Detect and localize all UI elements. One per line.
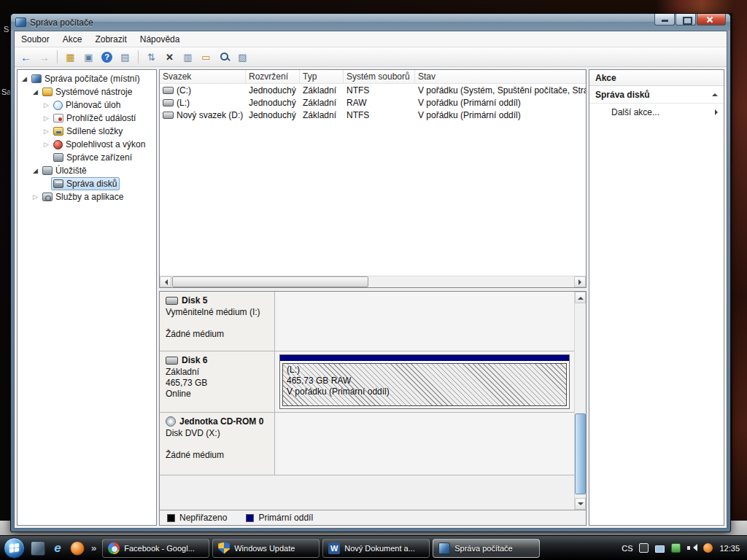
taskbar-button-sprava-pocitace[interactable]: Správa počítače (433, 539, 540, 558)
taskbar-button-novy-dokument-a[interactable]: WNový Dokument a... (322, 539, 430, 558)
power-tray-icon[interactable] (671, 543, 681, 553)
media-quicklaunch-icon[interactable] (70, 541, 85, 556)
menu-soubor[interactable]: Soubor (15, 33, 56, 46)
tree-item-prohlizec-udalosti[interactable]: ▷Prohlížeč událostí (18, 112, 156, 125)
tree-item-body[interactable]: Plánovač úloh (51, 98, 123, 112)
legend-item-neprirazeno: Nepřiřazeno (167, 513, 227, 523)
titlebar[interactable]: Správa počítače (11, 14, 730, 31)
collapse-triangle-icon[interactable]: ◢ (31, 88, 40, 96)
expand-triangle-icon[interactable]: ▷ (31, 193, 40, 201)
ie-quicklaunch-icon[interactable]: e (50, 541, 65, 556)
devmgr-icon (53, 153, 63, 162)
expand-triangle-icon[interactable]: ▷ (42, 114, 51, 122)
tree-item-body[interactable]: Sdílené složky (51, 125, 125, 138)
help-button[interactable]: ? (98, 50, 115, 65)
settings-button[interactable]: ▨ (234, 50, 251, 65)
menu-akce[interactable]: Akce (56, 33, 89, 46)
column-header-system-souboru[interactable]: Systém souborů (344, 70, 415, 83)
expand-triangle-icon[interactable]: ▷ (42, 141, 51, 148)
more-actions-item[interactable]: Další akce... (589, 104, 724, 121)
tree-item-sluzby-a-aplikace[interactable]: ▷Služby a aplikace (18, 190, 156, 203)
volume-list-header: SvazekRozvrženíTypSystém souborůStav (160, 70, 586, 84)
expand-triangle-icon[interactable]: ▷ (42, 101, 51, 109)
volume-row-l[interactable]: (L:)JednoduchýZákladníRAWV pořádku (Prim… (160, 96, 586, 109)
tree-item-systemove-nastroje[interactable]: ◢Systémové nástroje (18, 85, 156, 98)
disk-label-disk-5[interactable]: Disk 5Vyměnitelné médium (I:) Žádné médi… (160, 292, 275, 351)
scroll-left-button[interactable] (160, 276, 171, 287)
collapse-triangle-icon[interactable]: ◢ (20, 75, 29, 82)
language-indicator[interactable]: CS (622, 544, 632, 553)
messenger-tray-icon[interactable] (703, 543, 713, 553)
menu-napoveda[interactable]: Nápověda (133, 33, 187, 46)
disk-label-disk-6[interactable]: Disk 6Základní465,73 GBOnline (160, 351, 275, 412)
volume-row-novy-svazek-d[interactable]: Nový svazek (D:)JednoduchýZákladníNTFSV … (160, 109, 586, 121)
tree-item-label: Správa disků (66, 179, 117, 189)
column-header-rozvrzeni[interactable]: Rozvržení (246, 70, 300, 83)
tree-item-spolehlivost-a-vykon[interactable]: ▷Spolehlivost a výkon (18, 138, 156, 151)
tree-item-uloziste[interactable]: ◢Úložiště (18, 164, 156, 177)
close-button[interactable] (697, 14, 726, 26)
list-button[interactable]: ▥ (179, 50, 196, 65)
disk-info-line: Online (166, 389, 268, 400)
volume-row-c[interactable]: (C:)JednoduchýZákladníNTFSV pořádku (Sys… (160, 84, 586, 96)
scroll-up-button[interactable] (575, 292, 586, 303)
column-header-typ[interactable]: Typ (300, 70, 344, 83)
tree-item-planovac-uloh[interactable]: ▷Plánovač úloh (18, 98, 156, 112)
expand-triangle-icon[interactable]: ▷ (42, 128, 51, 135)
partition-body[interactable]: (L:)465,73 GB RAWV pořádku (Primární odd… (282, 363, 567, 406)
tree-item-body[interactable]: Prohlížeč událostí (51, 112, 139, 125)
volume-tray-icon[interactable] (687, 543, 697, 553)
collapse-triangle-icon[interactable]: ◢ (31, 167, 40, 174)
maximize-button[interactable] (676, 14, 696, 26)
properties-button[interactable]: ▤ (117, 50, 133, 65)
legend-swatch (167, 514, 175, 522)
collapse-icon[interactable] (712, 90, 718, 96)
delete-button[interactable]: ✕ (161, 50, 178, 65)
scroll-down-button[interactable] (575, 498, 586, 510)
quicklaunch-overflow-chevron[interactable]: » (90, 542, 98, 553)
menu-zobrazit[interactable]: Zobrazit (88, 33, 133, 46)
disk-label-jednotka-cd-rom-0[interactable]: Jednotka CD-ROM 0Disk DVD (X:) Žádné méd… (160, 413, 275, 475)
forward-button[interactable]: → (36, 50, 53, 65)
tree-item-spravce-zarizeni[interactable]: Správce zařízení (18, 151, 156, 164)
desktop-quicklaunch-icon[interactable] (31, 541, 45, 556)
horizontal-scrollbar-thumb[interactable] (172, 276, 368, 287)
tree-item-sdilene-slozky[interactable]: ▷Sdílené složky (18, 125, 156, 138)
horizontal-scrollbar[interactable] (160, 276, 586, 287)
vertical-scrollbar-thumb[interactable] (575, 413, 586, 494)
disk-name: Jednotka CD-ROM 0 (179, 416, 263, 427)
pen-tray-icon[interactable] (639, 543, 649, 553)
minimize-button[interactable] (654, 14, 675, 26)
scheduler-icon (53, 101, 63, 110)
taskbar-button-facebook-googl[interactable]: Facebook - Googl... (102, 539, 209, 558)
tree-item-body[interactable]: Systémové nástroje (40, 85, 135, 98)
console-tree-button[interactable]: ▦ (62, 50, 79, 65)
volume-cell: (L:) (160, 98, 246, 108)
tree-item-body[interactable]: Služby a aplikace (40, 190, 126, 203)
tree-item-body[interactable]: Správce zařízení (51, 151, 135, 164)
open-button[interactable]: ▭ (198, 50, 214, 65)
vertical-scrollbar[interactable] (574, 292, 586, 510)
window-button[interactable]: ▣ (80, 50, 97, 65)
tree-item-body[interactable]: Úložiště (40, 164, 90, 177)
tree-item-body[interactable]: Správa počítače (místní) (29, 72, 143, 85)
start-button[interactable] (4, 537, 25, 559)
zoom-button[interactable] (216, 50, 233, 65)
tree-item-sprava-pocitace-mistni[interactable]: ◢Správa počítače (místní) (18, 72, 156, 85)
volume-cell: Jednoduchý (246, 110, 300, 120)
back-button[interactable]: ← (18, 50, 34, 65)
refresh-button[interactable]: ⇅ (143, 50, 160, 65)
tree-item-body[interactable]: Správa disků (51, 177, 120, 190)
tree-item-sprava-disku[interactable]: Správa disků (18, 177, 156, 190)
expand-right-icon[interactable] (715, 109, 721, 115)
taskbar-button-windows-update[interactable]: Windows Update (212, 539, 320, 558)
column-header-svazek[interactable]: Svazek (160, 70, 246, 83)
column-header-stav[interactable]: Stav (415, 70, 586, 83)
scroll-right-button[interactable] (574, 276, 586, 287)
partition-l[interactable]: (L:)465,73 GB RAWV pořádku (Primární odd… (279, 354, 570, 409)
display-tray-icon[interactable] (655, 545, 665, 553)
taskbar-clock[interactable]: 12:35 (719, 544, 740, 553)
actions-group-disk-management[interactable]: Správa disků (589, 86, 724, 104)
tree-item-body[interactable]: Spolehlivost a výkon (51, 138, 148, 151)
disk-info-line (166, 439, 268, 450)
